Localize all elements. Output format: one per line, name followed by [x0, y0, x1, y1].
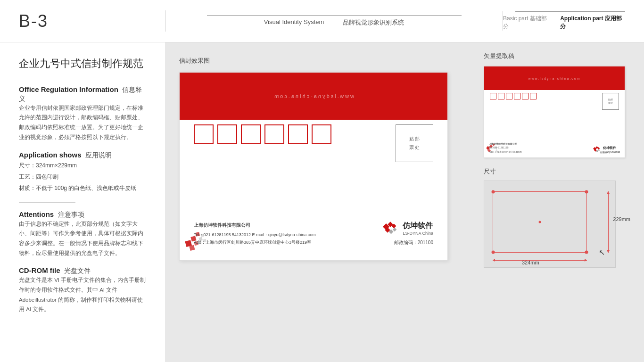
section3-title-en: Attentions	[19, 210, 54, 218]
dim-arrow-top	[607, 191, 610, 194]
corner-dot-center	[539, 221, 541, 223]
envelope-flap: www.lsdyna-china.com	[180, 73, 447, 120]
stamp-text1: 贴 邮	[409, 136, 420, 142]
dim-width-label: 324mm	[522, 260, 539, 265]
logo-brand: 仿坤软件 LS-DYNA China	[383, 220, 433, 237]
section4-title: CD-ROM file 光盘文件	[19, 266, 146, 275]
svg-rect-25	[598, 149, 600, 151]
nav-application-part: Application part 应用部分	[560, 15, 625, 31]
stamp-line1: 贴 邮	[409, 136, 420, 142]
thumb-postal-box-6	[530, 93, 537, 99]
section-office-regulation: Office Regulation Information 信息释义 企业专用信…	[19, 85, 146, 142]
section-divider	[19, 202, 75, 203]
section4-title-cn: 光盘文件	[64, 267, 91, 274]
spec-size: 尺寸：324mm×229mm	[19, 160, 146, 171]
header-right-nav: Basic part 基础部分 Application part 应用部分	[503, 15, 625, 31]
envelope-bottom: 上海仿坤软件科技有限公司 Tel：021-61281195 54132012 E…	[194, 220, 433, 246]
thumb-postal-box-3	[506, 93, 512, 99]
postal-box-2	[217, 124, 237, 144]
page-code: B-3	[19, 11, 48, 31]
postal-box-4	[264, 124, 284, 144]
section-attentions: Attentions 注意事项 由于信息的不确定性，此页部分规范（如文字大小、间…	[19, 210, 146, 258]
thumb-logo-cn: 仿坤软件	[603, 146, 620, 150]
header-right-line	[515, 11, 625, 12]
logo-text-area: 仿坤软件 LS-DYNA China	[403, 221, 433, 236]
section3-title: Attentions 注意事项	[19, 210, 146, 219]
thumb-postal-boxes	[490, 93, 537, 99]
envelope-label: 信封效果图	[179, 57, 462, 65]
envelope-container: www.lsdyna-china.com 贴 邮	[179, 72, 448, 261]
section-cdrom: CD-ROM file 光盘文件 光盘文件是本 VI 手册电子文件的集合，内含手…	[19, 266, 146, 314]
content-area: 企业九号中式信封制作规范 Office Regulation Informati…	[0, 42, 644, 362]
dim-arrow-left	[493, 259, 495, 262]
thumb-flap: www.lsdyna-china.com	[484, 66, 625, 90]
spec-material: 材质：不低于 100g 的白色纸、浅色纸或牛皮纸	[19, 182, 146, 194]
dimensions-label: 尺寸	[484, 167, 635, 176]
nav-basic-part: Basic part 基础部分	[503, 15, 551, 31]
header-divider-line	[207, 15, 462, 16]
stamp-area: 贴 邮 票 处	[396, 124, 433, 162]
vector-label: 矢量提取稿	[484, 52, 635, 60]
dim-arrow-bottom	[607, 250, 610, 253]
thumb-postal-box-4	[514, 93, 520, 99]
logo-en: LS-DYNA China	[403, 231, 433, 236]
dim-right-line	[608, 191, 609, 253]
dim-bottom-line	[493, 260, 587, 261]
postal-box-6	[312, 124, 331, 144]
header-center: Visual Identity System 品牌视觉形象识别系统	[165, 10, 503, 32]
section1-title: Office Regulation Information 信息释义	[19, 85, 146, 103]
thumb-postal-box-1	[490, 93, 496, 99]
stamp-text2: 票 处	[409, 144, 420, 151]
left-content-panel: 企业九号中式信封制作规范 Office Regulation Informati…	[0, 42, 165, 362]
company-addr: Add：上海市闵行区剑川路365弄中庭环球创意中心3号楼219室	[194, 239, 316, 246]
dim-height-label: 229mm	[613, 216, 630, 222]
company-name: 上海仿坤软件科技有限公司	[194, 221, 316, 230]
company-tel: Tel：021-61281195 54132012 E-mail：qinyu@l…	[194, 231, 316, 239]
postal-box-5	[288, 124, 308, 144]
section1-title-en: Office Regulation Information	[19, 85, 118, 93]
envelope-flap-text: www.lsdyna-china.com	[273, 93, 354, 99]
header-center-nav: Visual Identity System 品牌视觉形象识别系统	[264, 18, 405, 27]
thumb-postal-box-2	[498, 93, 504, 99]
section-application-shows: Application shows 应用说明 尺寸：324mm×229mm 工艺…	[19, 151, 146, 194]
postal-box-1	[194, 124, 214, 144]
nav-brand-cn: 品牌视觉形象识别系统	[343, 18, 404, 27]
section3-title-cn: 注意事项	[58, 211, 84, 218]
brand-logo-icon	[383, 220, 400, 237]
right-content-panel: 信封效果图 www.lsdyna-china.com	[165, 42, 644, 362]
thumb-company-name: 上海仿坤软件科技有限公司	[489, 142, 522, 146]
company-logo-area: 仿坤软件 LS-DYNA China 邮政编码：201100	[383, 220, 433, 246]
thumb-stamp: 贴邮票处	[602, 93, 619, 110]
dim-rect	[493, 191, 587, 253]
dimensions-box: 324mm 229mm ↖	[484, 181, 616, 268]
thumb-postal-code: 邮政编码：201100	[600, 151, 620, 154]
corner-dot-tl	[492, 190, 495, 194]
thumb-company-info: 上海仿坤软件科技有限公司 Tel: 021-61281195 Add: 上海市闵…	[489, 142, 522, 154]
section2-title: Application shows 应用说明	[19, 151, 146, 160]
section2-title-en: Application shows	[19, 151, 82, 159]
header-left: B-3	[0, 11, 165, 31]
postal-code-bottom: 邮政编码：201100	[394, 239, 433, 246]
dim-arrow-right	[585, 259, 587, 262]
nav-visual-identity: Visual Identity System	[264, 18, 324, 27]
cursor-icon: ↖	[599, 248, 605, 257]
thumb-company-tel: Tel: 021-61281195	[489, 146, 522, 150]
corner-dot-tr	[585, 190, 588, 194]
thumb-flap-text: www.lsdyna-china.com	[528, 77, 580, 80]
section2-title-cn: 应用说明	[85, 151, 112, 159]
svg-rect-13	[393, 228, 396, 231]
envelope-section: 信封效果图 www.lsdyna-china.com	[179, 57, 462, 261]
thumb-company-addr: Add: 上海市闵行区剑川路365弄	[489, 150, 522, 154]
right-side-panel: 矢量提取稿 www.lsdyna-china.com 贴邮票处	[484, 52, 635, 268]
page-title: 企业九号中式信封制作规范	[19, 57, 146, 71]
header-right: Basic part 基础部分 Application part 应用部分	[503, 11, 644, 31]
thumb-envelope: www.lsdyna-china.com 贴邮票处	[484, 66, 625, 158]
postal-box-3	[241, 124, 261, 144]
section4-body: 光盘文件是本 VI 手册电子文件的集合，内含手册制作时的专用软件格式文件。其中 …	[19, 275, 146, 314]
section1-body: 企业专用信封依照国家邮政管理部门规定，在标准允许的范围内进行设计，邮政编码框、贴…	[19, 103, 146, 142]
spec-process: 工艺：四色印刷	[19, 171, 146, 182]
section3-body: 由于信息的不确定性，此页部分规范（如文字大小、间距等）可作为参考使用，具体可根据…	[19, 219, 146, 258]
postal-boxes	[194, 124, 331, 144]
company-info: 上海仿坤软件科技有限公司 Tel：021-61281195 54132012 E…	[194, 221, 316, 246]
thumb-stamp-text: 贴邮票处	[608, 98, 613, 105]
